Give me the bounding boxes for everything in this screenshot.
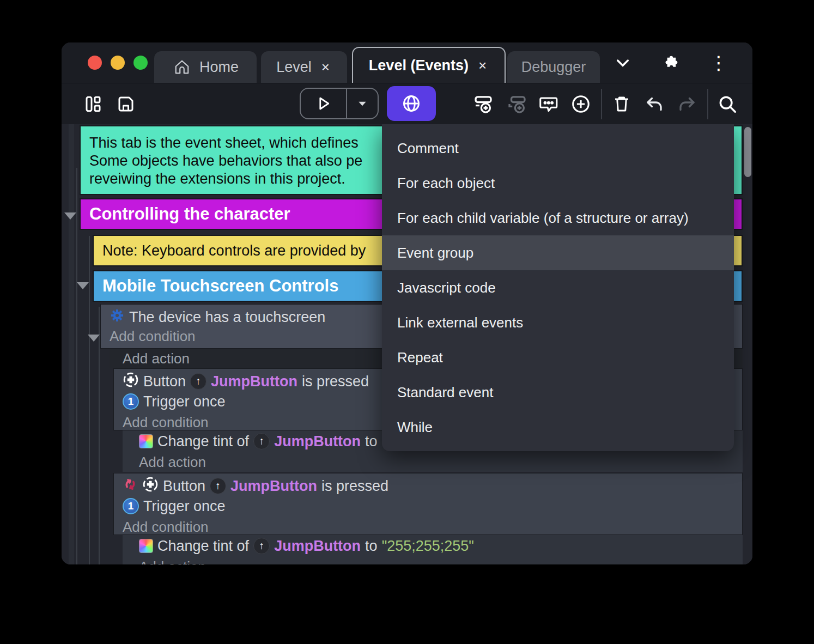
condition-text: Button [143, 373, 186, 390]
condition-text: The device has a touchscreen [129, 309, 325, 326]
tab-bar: Home Level × Level (Events) × Debugger ⋮ [62, 42, 752, 83]
tab-level[interactable]: Level × [261, 51, 347, 83]
tab-level-label: Level [276, 59, 312, 76]
indent-guide [89, 236, 90, 564]
jump-arrow-icon: ↑ [253, 538, 270, 554]
menu-item-event-group[interactable]: Event group [382, 235, 734, 270]
menu-item-for-each-child-variable[interactable]: For each child variable (of a structure … [382, 201, 734, 235]
action-text: to [365, 538, 378, 555]
indent-guide [76, 168, 77, 564]
object-name: JumpButton [211, 373, 297, 390]
event-sheet-gutter [69, 124, 74, 564]
tab-level-events-close-icon[interactable]: × [476, 57, 489, 74]
menu-item-for-each-object[interactable]: For each object [382, 166, 734, 201]
gear-icon [110, 308, 125, 327]
condition-text: is pressed [321, 478, 388, 495]
window-controls [88, 56, 148, 70]
tabbar-right-icons: ⋮ [613, 42, 752, 83]
string-value: "255;255;255" [382, 538, 474, 555]
trigger-once-icon: 1 [123, 393, 139, 410]
menu-item-standard-event[interactable]: Standard event [382, 375, 734, 410]
preview-button-group [300, 88, 379, 119]
add-comment-icon[interactable] [536, 92, 560, 116]
toolbar-divider [707, 89, 708, 119]
undo-icon[interactable] [642, 92, 666, 116]
action-change-tint-2[interactable]: Change tint of ↑ JumpButton to "255;255;… [123, 535, 743, 557]
close-window-button[interactable] [88, 56, 102, 70]
tab-debugger[interactable]: Debugger [507, 51, 600, 83]
menu-item-repeat[interactable]: Repeat [382, 340, 734, 375]
tab-debugger-label: Debugger [521, 59, 586, 76]
action-text: Change tint of [157, 538, 249, 555]
tab-home[interactable]: Home [154, 51, 257, 83]
globe-icon [402, 94, 421, 113]
tint-icon [139, 539, 153, 553]
jump-arrow-icon: ↑ [210, 478, 226, 494]
button-object-icon [142, 476, 159, 496]
indent-guide [99, 307, 100, 564]
collapse-caret[interactable] [64, 212, 76, 220]
collapse-caret[interactable] [77, 282, 89, 289]
object-name: JumpButton [274, 538, 361, 555]
add-subevent-icon[interactable] [505, 92, 529, 116]
add-action-row[interactable]: Add action [123, 452, 743, 472]
menu-item-while[interactable]: While [382, 410, 734, 445]
trigger-once-icon: 1 [123, 498, 139, 514]
menu-item-javascript-code[interactable]: Javascript code [382, 270, 734, 305]
toolbar-divider [601, 89, 602, 119]
app-window: Home Level × Level (Events) × Debugger ⋮ [62, 42, 752, 564]
object-name: JumpButton [274, 433, 361, 450]
event-group-label: Controlling the character [89, 204, 290, 224]
object-name: JumpButton [230, 478, 317, 495]
condition-text: Trigger once [143, 393, 226, 410]
add-action-link[interactable]: Add action [123, 557, 743, 564]
action-text: Change tint of [157, 433, 249, 450]
jump-arrow-icon: ↑ [253, 433, 270, 449]
save-icon[interactable] [114, 92, 138, 116]
add-event-context-menu: Comment For each object For each child v… [382, 124, 734, 451]
more-options-icon[interactable]: ⋮ [709, 53, 728, 72]
menu-item-link-external-events[interactable]: Link external events [382, 305, 734, 340]
minimize-window-button[interactable] [111, 56, 125, 70]
collapse-caret[interactable] [88, 335, 100, 342]
comment-line: Note: Keyboard controls are provided by [102, 242, 366, 259]
tab-level-events-label: Level (Events) [369, 57, 469, 74]
menu-item-comment[interactable]: Comment [382, 131, 734, 166]
jump-arrow-icon: ↑ [190, 373, 206, 390]
toolbar [62, 83, 752, 124]
condition-text: Button [163, 478, 205, 495]
tint-icon [139, 434, 153, 448]
play-options-button[interactable] [347, 89, 378, 118]
extensions-puzzle-icon[interactable] [661, 53, 681, 72]
button-object-icon [123, 372, 139, 392]
tab-level-events[interactable]: Level (Events) × [352, 47, 506, 83]
vertical-scrollbar-thumb[interactable] [744, 127, 751, 177]
search-icon[interactable] [715, 92, 739, 116]
redo-icon[interactable] [675, 92, 699, 116]
invert-arrows-icon [123, 477, 138, 496]
zoom-window-button[interactable] [133, 56, 148, 70]
add-other-event-icon[interactable] [569, 92, 593, 116]
add-event-icon[interactable] [471, 92, 495, 116]
project-manager-icon[interactable] [81, 92, 105, 116]
network-preview-button[interactable] [387, 86, 436, 121]
add-action-link[interactable]: Add action [123, 452, 743, 472]
condition-text: is pressed [302, 373, 369, 390]
event-button-pressed-2[interactable]: Button ↑ JumpButton is pressed 1 Trigger… [113, 473, 743, 535]
add-action-row[interactable]: Add action [123, 557, 743, 564]
event-sheet: This tab is the event sheet, which defin… [62, 124, 752, 564]
home-icon [172, 57, 192, 77]
tab-home-label: Home [199, 59, 239, 76]
event-group-label: Mobile Touchscreen Controls [102, 276, 338, 296]
play-button[interactable] [301, 89, 347, 118]
delete-icon[interactable] [610, 92, 634, 116]
action-text: to [365, 433, 378, 450]
tab-level-close-icon[interactable]: × [319, 59, 332, 76]
add-condition-link[interactable]: Add condition [114, 517, 742, 535]
condition-text: Trigger once [143, 498, 226, 515]
chevron-down-icon[interactable] [613, 53, 633, 72]
